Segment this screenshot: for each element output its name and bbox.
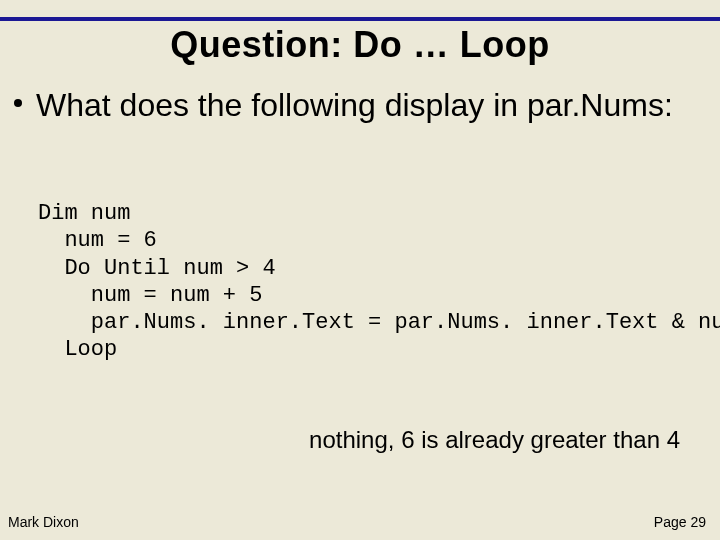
footer-page: Page 29 xyxy=(654,514,706,530)
slide-title: Question: Do … Loop xyxy=(0,24,720,66)
bullet-text: What does the following display in par.N… xyxy=(36,86,700,125)
bullet-icon xyxy=(14,99,22,107)
answer-text: nothing, 6 is already greater than 4 xyxy=(0,426,680,454)
footer-author: Mark Dixon xyxy=(8,514,79,530)
code-block: Dim num num = 6 Do Until num > 4 num = n… xyxy=(38,200,720,364)
bullet-item: What does the following display in par.N… xyxy=(14,86,700,125)
title-divider xyxy=(0,17,720,21)
